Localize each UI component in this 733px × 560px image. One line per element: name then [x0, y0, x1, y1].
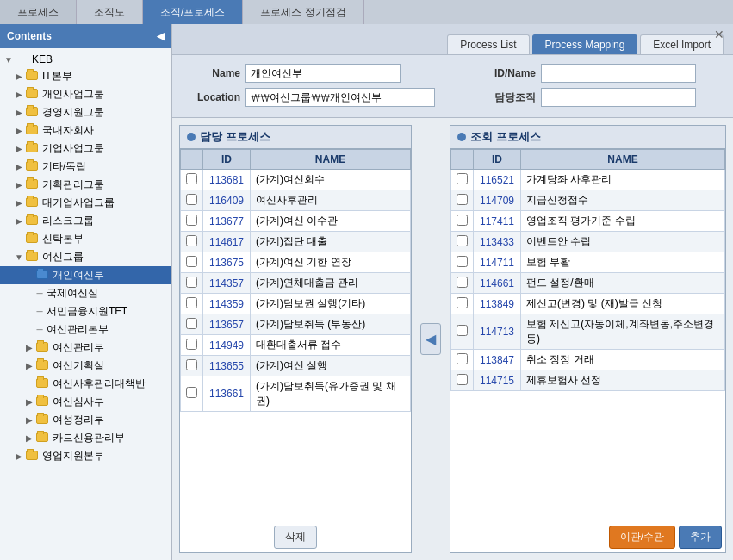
table-row[interactable]: 113675 (가계)여신 기한 연장 — [181, 252, 411, 273]
table-row[interactable]: 113847 취소 정정 거래 — [451, 350, 725, 370]
tree-item-personal-biz[interactable]: ▶ 개인사업그룹 — [0, 85, 171, 103]
table-row[interactable]: 113849 제신고(변경) 및 (재)발급 신청 — [451, 294, 725, 314]
transfer-button[interactable]: 이관/수관 — [609, 526, 675, 549]
row-checkbox[interactable] — [457, 173, 468, 184]
row-checkbox[interactable] — [186, 387, 197, 398]
table-row[interactable]: 114713 보험 제신고(자동이체,계좌변동,주소변경 등) — [451, 314, 725, 350]
tree-item-credit-mgmt2[interactable]: 여신사후관리대책반 — [0, 375, 171, 393]
row-checkbox[interactable] — [457, 235, 468, 246]
tree-item-other-indep[interactable]: ▶ 기타/독립 — [0, 158, 171, 176]
tab-process[interactable]: 프로세스 — [0, 0, 77, 24]
toggle-mgmt-support: ▶ — [14, 108, 24, 117]
idname-label: ID/Name — [480, 67, 536, 79]
row-checkbox[interactable] — [186, 297, 197, 308]
folder-icon-credit-exam — [36, 396, 50, 408]
row-checkbox[interactable] — [186, 277, 197, 288]
table-row[interactable]: 116409 여신사후관리 — [181, 190, 411, 211]
tree-item-keb[interactable]: ▼ KEB — [0, 52, 171, 67]
sidebar-title: Contents — [7, 30, 52, 42]
row-checkbox[interactable] — [186, 256, 197, 267]
tree-item-mgmt-support[interactable]: ▶ 경영지원그룹 — [0, 103, 171, 121]
row-checkbox[interactable] — [457, 353, 468, 364]
tree-item-intl-credit[interactable]: ─ 국제여신실 — [0, 284, 171, 302]
tree-item-women-credit[interactable]: ▼ 여신그룹 — [0, 248, 171, 266]
tree-item-planning-mgmt[interactable]: ▶ 기획관리그룹 — [0, 176, 171, 194]
table-row[interactable]: 114715 제휴보험사 선정 — [451, 370, 725, 391]
tree-item-large-corp[interactable]: ▶ 대기업사업그룹 — [0, 194, 171, 212]
tree-item-corp-biz[interactable]: ▶ 기업사업그룹 — [0, 140, 171, 158]
row-name: (가계)집단 대출 — [251, 232, 411, 252]
tree-item-credit-admin[interactable]: ▶ 여성정리부 — [0, 411, 171, 429]
tree-item-credit-mgmt-dept[interactable]: ▶ 여신관리부 — [0, 339, 171, 357]
tab-excel-import[interactable]: Excel Import — [640, 34, 724, 54]
tab-process-check[interactable]: 프로세스 정기점검 — [243, 0, 363, 24]
sidebar-collapse-btn[interactable]: ◀ — [157, 30, 165, 42]
location-input[interactable] — [245, 88, 435, 107]
name-input[interactable] — [245, 64, 401, 83]
row-name: (가계)연체대출금 관리 — [251, 273, 411, 294]
tree-item-personal-credit[interactable]: 개인여신부 — [0, 266, 171, 284]
tab-org-process[interactable]: 조직/프로세스 — [143, 0, 243, 24]
close-btn[interactable]: ✕ — [714, 28, 724, 41]
tree-item-credit-exam[interactable]: ▶ 여신심사부 — [0, 393, 171, 411]
table-row[interactable]: 114709 지급신청접수 — [451, 190, 725, 211]
table-row[interactable]: 114357 (가계)연체대출금 관리 — [181, 273, 411, 294]
resp-org-input[interactable] — [541, 88, 696, 107]
row-id: 116409 — [203, 190, 251, 211]
table-row[interactable]: 114711 보험 부활 — [451, 252, 725, 273]
row-checkbox[interactable] — [457, 256, 468, 267]
row-checkbox[interactable] — [186, 173, 197, 184]
label-new-trust: 신탁본부 — [42, 232, 84, 246]
tree-item-credit-planning[interactable]: ▶ 여신기획실 — [0, 357, 171, 375]
tree-item-citizen-finance[interactable]: ─ 서민금융지원TFT — [0, 302, 171, 320]
table-row[interactable]: 113681 (가계)여신회수 — [181, 170, 411, 190]
row-checkbox[interactable] — [457, 194, 468, 205]
tree-item-card-credit[interactable]: ▶ 카드신용관리부 — [0, 429, 171, 447]
idname-input[interactable] — [541, 64, 696, 83]
tree-item-domestic-sub[interactable]: ▶ 국내자회사 — [0, 121, 171, 140]
row-checkbox[interactable] — [186, 339, 197, 350]
right-panel-dot — [457, 133, 466, 141]
tab-orgchart[interactable]: 조직도 — [77, 0, 143, 24]
tree-item-new-trust[interactable]: 신탁본부 — [0, 230, 171, 248]
row-checkbox[interactable] — [186, 215, 197, 226]
row-checkbox[interactable] — [457, 277, 468, 288]
tree-item-risk[interactable]: ▶ 리스크그룹 — [0, 212, 171, 230]
delete-button[interactable]: 삭제 — [274, 526, 317, 549]
row-checkbox[interactable] — [457, 374, 468, 385]
row-checkbox[interactable] — [457, 215, 468, 226]
row-checkbox[interactable] — [186, 359, 197, 370]
tree-item-credit-mgmt[interactable]: ─ 여신관리본부 — [0, 320, 171, 339]
table-row[interactable]: 117411 영업조직 평가기준 수립 — [451, 211, 725, 232]
table-row[interactable]: 114617 (가계)집단 대출 — [181, 232, 411, 252]
toggle-intl-credit: ─ — [34, 289, 45, 298]
row-checkbox[interactable] — [457, 297, 468, 308]
row-id: 113433 — [474, 232, 521, 252]
table-row[interactable]: 114359 (가계)담보권 실행(기타) — [181, 294, 411, 314]
row-id: 113849 — [474, 294, 521, 314]
tree-item-biz-support[interactable]: ▶ 영업지원본부 — [0, 447, 171, 465]
table-row[interactable]: 113677 (가계)여신 이수관 — [181, 211, 411, 232]
row-id: 114661 — [474, 273, 521, 294]
table-row[interactable]: 113657 (가계)담보취득 (부동산) — [181, 314, 411, 335]
table-row[interactable]: 114949 대환대출서류 접수 — [181, 335, 411, 356]
tree-item-it[interactable]: ▶ IT본부 — [0, 67, 171, 85]
tab-process-mapping[interactable]: Process Mapping — [532, 34, 638, 54]
row-checkbox[interactable] — [186, 194, 197, 205]
table-row[interactable]: 113655 (가계)여신 실행 — [181, 356, 411, 376]
table-row[interactable]: 113433 이벤트안 수립 — [451, 232, 725, 252]
row-checkbox[interactable] — [186, 318, 197, 329]
toggle-risk: ▶ — [14, 216, 24, 226]
tab-process-list[interactable]: Process List — [447, 34, 529, 54]
transfer-arrow-btn[interactable]: ◀ — [420, 323, 441, 355]
row-checkbox[interactable] — [457, 325, 468, 336]
toggle-other-indep: ▶ — [14, 162, 24, 171]
row-checkbox[interactable] — [186, 235, 197, 246]
table-row[interactable]: 116521 가계당좌 사후관리 — [451, 170, 725, 190]
add-button[interactable]: 추가 — [679, 526, 722, 549]
right-panel-bottom: 이관/수관 추가 — [450, 522, 725, 552]
table-row[interactable]: 114661 펀드 설정/환매 — [451, 273, 725, 294]
sidebar: Contents ◀ ▼ KEB ▶ IT본부 ▶ 개인사업그룹 — [0, 24, 172, 560]
label-biz-support: 영업지원본부 — [42, 449, 104, 464]
table-row[interactable]: 113661 (가계)담보취득(유가증권 및 채권) — [181, 376, 411, 412]
